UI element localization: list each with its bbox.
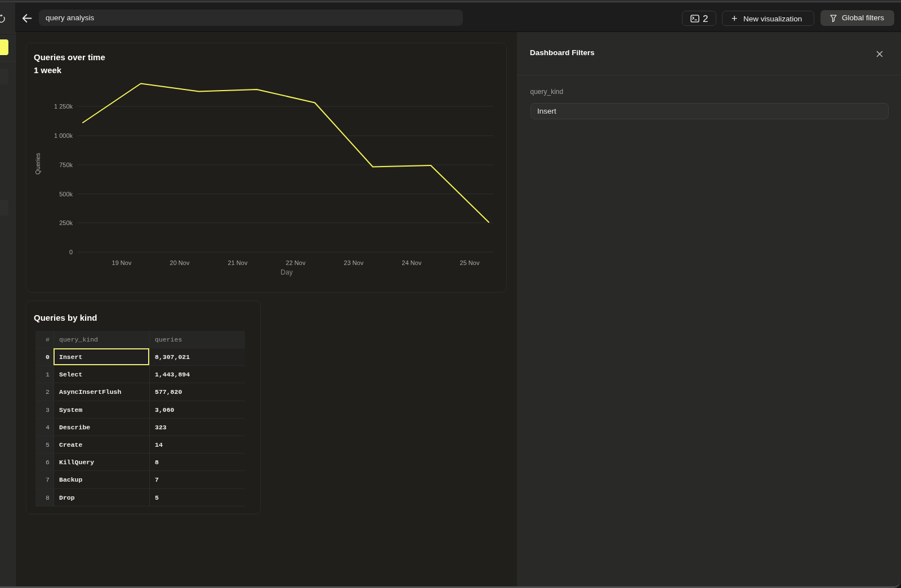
svg-text:19 Nov: 19 Nov	[112, 259, 132, 266]
svg-text:20 Nov: 20 Nov	[170, 259, 190, 266]
svg-text:Day: Day	[280, 268, 292, 276]
svg-text:24 Nov: 24 Nov	[402, 259, 422, 266]
svg-text:Queries: Queries	[34, 152, 41, 174]
svg-text:250k: 250k	[59, 219, 73, 226]
svg-text:1 250k: 1 250k	[54, 103, 73, 110]
svg-text:25 Nov: 25 Nov	[460, 259, 480, 266]
svg-text:1 000k: 1 000k	[54, 132, 73, 139]
svg-text:23 Nov: 23 Nov	[344, 259, 364, 266]
svg-text:750k: 750k	[59, 161, 73, 168]
svg-text:0: 0	[69, 249, 73, 255]
svg-text:22 Nov: 22 Nov	[286, 259, 306, 266]
svg-text:500k: 500k	[59, 191, 73, 198]
svg-text:21 Nov: 21 Nov	[228, 259, 248, 266]
